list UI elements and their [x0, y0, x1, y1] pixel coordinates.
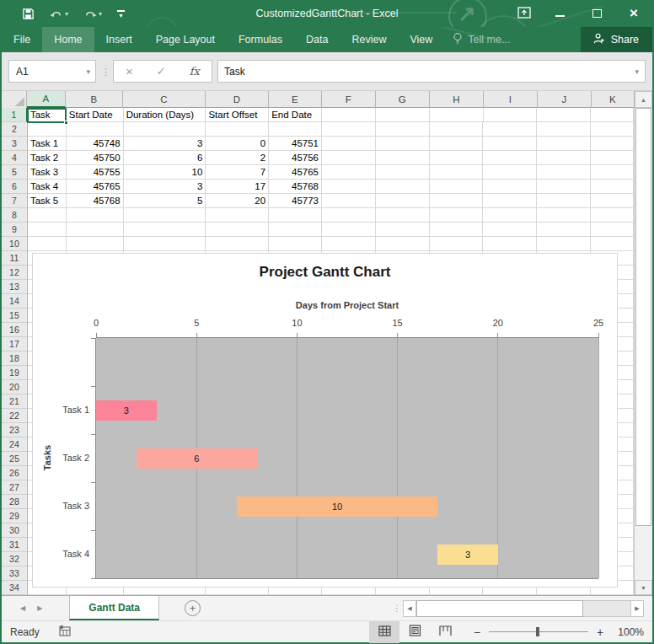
row-header-17[interactable]: 17 [2, 337, 28, 352]
cell-J4[interactable] [537, 151, 591, 165]
column-header-G[interactable]: G [376, 91, 430, 108]
cell-G5[interactable] [376, 165, 430, 180]
row-header-4[interactable]: 4 [2, 151, 28, 165]
cell-C5[interactable]: 10 [124, 165, 206, 180]
cell-E9[interactable] [269, 223, 322, 237]
page-layout-view-button[interactable] [399, 621, 430, 643]
cell-A5[interactable]: Task 3 [28, 165, 67, 180]
cell-F7[interactable] [322, 194, 376, 208]
row-header-6[interactable]: 6 [2, 180, 28, 194]
row-header-34[interactable]: 34 [2, 581, 28, 595]
column-header-C[interactable]: C [123, 91, 206, 108]
cell-C4[interactable]: 6 [124, 151, 206, 165]
cell-F8[interactable] [322, 208, 376, 223]
row-header-25[interactable]: 25 [2, 452, 28, 466]
undo-dropdown-icon[interactable]: ▾ [65, 10, 68, 18]
cell-F1[interactable] [322, 108, 376, 122]
cell-D1[interactable]: Start Offset [206, 108, 269, 122]
cell-I9[interactable] [483, 223, 537, 237]
cell-B8[interactable] [67, 208, 124, 223]
row-header-13[interactable]: 13 [2, 280, 28, 294]
redo-button[interactable]: ▾ [78, 6, 107, 22]
cell-J7[interactable] [537, 194, 591, 208]
zoom-slider[interactable] [489, 631, 588, 632]
tell-me-box[interactable]: Tell me... [444, 27, 518, 52]
new-sheet-button[interactable]: + [185, 600, 201, 616]
row-header-12[interactable]: 12 [2, 266, 28, 280]
cancel-entry-icon[interactable]: × [126, 64, 133, 78]
ribbon-tab-home[interactable]: Home [42, 27, 94, 52]
cell-E1[interactable]: End Date [269, 108, 322, 122]
row-header-20[interactable]: 20 [2, 380, 28, 394]
column-header-B[interactable]: B [66, 91, 123, 108]
cell-J1[interactable] [537, 108, 591, 122]
cell-I1[interactable] [484, 108, 538, 122]
cell-K3[interactable] [591, 137, 634, 151]
next-sheet-icon[interactable]: ▶ [37, 604, 42, 612]
cell-K8[interactable] [591, 208, 634, 223]
cell-F9[interactable] [322, 223, 376, 237]
undo-button[interactable]: ▾ [45, 6, 73, 22]
row-header-31[interactable]: 31 [2, 538, 28, 552]
cell-A1[interactable]: Task [28, 108, 67, 122]
cell-H10[interactable] [430, 237, 484, 251]
cell-K4[interactable] [591, 151, 634, 165]
scroll-up-button[interactable]: ▲ [635, 91, 652, 108]
row-header-30[interactable]: 30 [2, 523, 28, 538]
cell-D6[interactable]: 17 [206, 180, 269, 194]
cell-F3[interactable] [322, 137, 376, 151]
cell-J5[interactable] [537, 165, 591, 180]
ribbon-display-options-button[interactable] [507, 0, 541, 27]
vertical-scrollbar[interactable]: ▼ [634, 108, 652, 595]
cell-B10[interactable] [67, 237, 124, 251]
cell-J8[interactable] [537, 208, 591, 223]
cell-H5[interactable] [430, 165, 484, 180]
cell-I5[interactable] [483, 165, 537, 180]
scroll-right-button[interactable]: ▶ [630, 600, 644, 617]
cell-C9[interactable] [124, 223, 206, 237]
cell-C1[interactable]: Duration (Days) [124, 108, 206, 122]
column-header-E[interactable]: E [269, 91, 322, 108]
maximize-button[interactable] [578, 0, 615, 27]
sheet-tab-gantt-data[interactable]: Gantt Data [69, 596, 159, 620]
scroll-left-button[interactable]: ◀ [403, 600, 416, 617]
cell-E5[interactable]: 45765 [269, 165, 322, 180]
row-header-14[interactable]: 14 [2, 294, 28, 309]
horizontal-scrollbar-track[interactable] [583, 600, 630, 617]
cell-E4[interactable]: 45756 [269, 151, 322, 165]
cell-D7[interactable]: 20 [206, 194, 269, 208]
gantt-bar-task-2[interactable]: 6 [137, 448, 257, 469]
row-header-22[interactable]: 22 [2, 409, 28, 423]
cell-B2[interactable] [67, 122, 124, 137]
cell-K1[interactable] [591, 108, 634, 122]
cell-K10[interactable] [591, 237, 634, 251]
cell-B7[interactable]: 45768 [67, 194, 124, 208]
column-header-I[interactable]: I [484, 91, 538, 108]
row-header-21[interactable]: 21 [2, 394, 28, 409]
column-header-K[interactable]: K [592, 91, 635, 108]
cell-C10[interactable] [124, 237, 206, 251]
ribbon-tab-insert[interactable]: Insert [94, 27, 144, 52]
cell-I6[interactable] [483, 180, 537, 194]
cell-C8[interactable] [124, 208, 206, 223]
row-header-9[interactable]: 9 [2, 223, 28, 237]
customize-quick-access-button[interactable]: ▾ [112, 8, 130, 20]
cell-I7[interactable] [483, 194, 537, 208]
cell-B9[interactable] [67, 223, 124, 237]
row-header-26[interactable]: 26 [2, 466, 28, 480]
cell-J2[interactable] [537, 122, 591, 137]
cell-G9[interactable] [376, 223, 430, 237]
cell-D2[interactable] [206, 122, 269, 137]
name-box[interactable]: A1 ▾ [8, 60, 96, 83]
cell-F4[interactable] [322, 151, 376, 165]
cell-C2[interactable] [124, 122, 206, 137]
formula-bar-expand-icon[interactable]: ▾ [635, 67, 645, 76]
cell-A10[interactable] [28, 237, 67, 251]
row-header-11[interactable]: 11 [2, 251, 28, 266]
cell-F10[interactable] [322, 237, 376, 251]
cell-A4[interactable]: Task 2 [28, 151, 67, 165]
cell-grid[interactable]: 1TaskStart DateDuration (Days)Start Offs… [2, 108, 634, 595]
tab-strip-splitter[interactable]: ⋮ [393, 607, 398, 609]
ribbon-tab-review[interactable]: Review [340, 27, 398, 52]
cell-F5[interactable] [322, 165, 376, 180]
